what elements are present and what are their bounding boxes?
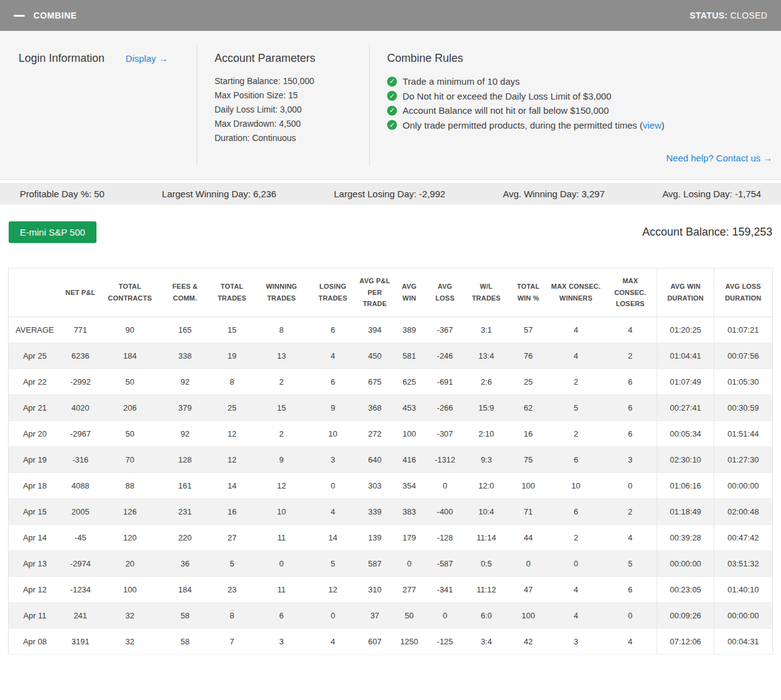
- table-cell: 0: [604, 473, 657, 499]
- table-cell: 12:0: [464, 473, 508, 499]
- column-header: [9, 268, 61, 317]
- table-cell: 62: [508, 395, 548, 421]
- table-cell: 0: [425, 473, 464, 499]
- table-cell: 01:40:10: [714, 577, 772, 603]
- table-cell: 37: [357, 603, 393, 629]
- table-cell: 01:18:49: [657, 499, 714, 525]
- table-cell: 3:1: [464, 317, 508, 343]
- table-cell: 3191: [61, 629, 100, 655]
- table-cell: 16: [210, 499, 254, 525]
- column-header: TOTAL WIN %: [508, 268, 548, 317]
- table-cell: 10: [254, 499, 309, 525]
- table-cell: 184: [160, 577, 210, 603]
- table-cell: 01:51:44: [714, 421, 772, 447]
- column-header: AVG LOSS DURATION: [714, 268, 772, 317]
- row-date-label: Apr 11: [9, 603, 61, 629]
- table-cell: 27: [210, 525, 254, 551]
- table-row: Apr 14-45120220271114139179-12811:144424…: [9, 525, 773, 551]
- table-cell: 8: [210, 603, 254, 629]
- topbar-left: COMBINE: [14, 11, 77, 20]
- table-cell: 100: [508, 603, 548, 629]
- table-cell: 383: [393, 499, 425, 525]
- row-date-label: Apr 14: [9, 525, 61, 551]
- table-cell: 0: [309, 473, 357, 499]
- table-cell: 0:5: [464, 551, 508, 577]
- table-cell: 2: [548, 369, 604, 395]
- column-header: FEES & COMM.: [160, 268, 210, 317]
- check-circle-icon: ✓: [387, 106, 397, 116]
- table-cell: 581: [393, 343, 425, 369]
- table-cell: 32: [100, 629, 160, 655]
- login-information-title: Login Information: [19, 52, 105, 65]
- table-cell: 12: [309, 577, 357, 603]
- table-cell: 92: [160, 369, 210, 395]
- table-cell: 640: [357, 447, 393, 473]
- table-cell: 07:12:06: [657, 629, 714, 655]
- table-cell: 220: [160, 525, 210, 551]
- table-cell: 625: [393, 369, 425, 395]
- daily-stats-table: NET P&LTOTAL CONTRACTSFEES & COMM.TOTAL …: [8, 268, 773, 655]
- table-cell: 2: [254, 421, 309, 447]
- column-header: MAX CONSEC. LOSERS: [604, 268, 657, 317]
- column-header: AVG LOSS: [425, 268, 464, 317]
- display-link[interactable]: Display →: [126, 53, 168, 64]
- view-link[interactable]: view: [643, 120, 662, 130]
- table-cell: 12: [254, 473, 309, 499]
- table-cell: 2:10: [464, 421, 508, 447]
- table-cell: 00:09:26: [657, 603, 714, 629]
- table-cell: 01:05:30: [714, 369, 772, 395]
- table-cell: 3: [254, 629, 309, 655]
- table-cell: 13:4: [464, 343, 508, 369]
- table-row: AVERAGE771901651586394389-3673:1574401:2…: [9, 317, 773, 343]
- table-cell: 00:04:31: [714, 629, 772, 655]
- table-cell: 6: [309, 317, 357, 343]
- table-cell: 6:0: [464, 603, 508, 629]
- table-cell: 00:30:59: [714, 395, 772, 421]
- table-cell: 2: [254, 369, 309, 395]
- table-cell: 58: [160, 629, 210, 655]
- status-value: CLOSED: [730, 11, 767, 20]
- row-date-label: Apr 12: [9, 577, 61, 603]
- table-cell: 1250: [393, 629, 425, 655]
- table-cell: 0: [508, 551, 548, 577]
- table-cell: 4: [548, 577, 604, 603]
- table-cell: 50: [393, 603, 425, 629]
- table-cell: 4: [309, 499, 357, 525]
- table-cell: 120: [100, 525, 160, 551]
- table-cell: 01:20:25: [657, 317, 714, 343]
- table-cell: 00:47:42: [714, 525, 772, 551]
- column-header: TOTAL CONTRACTS: [100, 268, 160, 317]
- menu-icon[interactable]: [14, 15, 25, 17]
- rule-text: Trade a minimum of 10 days: [403, 74, 520, 89]
- table-cell: 6: [604, 369, 657, 395]
- table-cell: 100: [393, 421, 425, 447]
- table-cell: 303: [357, 473, 393, 499]
- table-body: AVERAGE771901651586394389-3673:1574401:2…: [9, 317, 773, 655]
- table-cell: 19: [210, 343, 254, 369]
- table-cell: -2992: [61, 369, 100, 395]
- table-cell: 206: [100, 395, 160, 421]
- contact-us-link[interactable]: Need help? Contact us →: [666, 153, 772, 163]
- table-cell: 0: [254, 551, 309, 577]
- table-row: Apr 12-1234100184231112310277-34111:1247…: [9, 577, 773, 603]
- table-row: Apr 13-297420365055870-5870:500500:00:00…: [9, 551, 773, 577]
- table-cell: 4: [548, 603, 604, 629]
- table-cell: 92: [160, 421, 210, 447]
- table-cell: 00:23:05: [657, 577, 714, 603]
- table-cell: 6: [604, 577, 657, 603]
- table-row: Apr 112413258860375006:01004000:09:2600:…: [9, 603, 773, 629]
- table-cell: 8: [254, 317, 309, 343]
- table-cell: 2: [604, 343, 657, 369]
- table-row: Apr 15200512623116104339383-40010:471620…: [9, 499, 773, 525]
- table-cell: 11:12: [464, 577, 508, 603]
- account-parameters-title: Account Parameters: [215, 52, 369, 65]
- combine-rules-title: Combine Rules: [387, 52, 772, 65]
- table-cell: 184: [100, 343, 160, 369]
- account-parameter-line: Max Position Size: 15: [215, 88, 369, 103]
- table-cell: 277: [393, 577, 425, 603]
- table-cell: 00:00:00: [714, 473, 772, 499]
- table-cell: 241: [61, 603, 100, 629]
- table-cell: -316: [61, 447, 100, 473]
- product-button[interactable]: E-mini S&P 500: [9, 221, 96, 243]
- row-date-label: Apr 25: [9, 343, 61, 369]
